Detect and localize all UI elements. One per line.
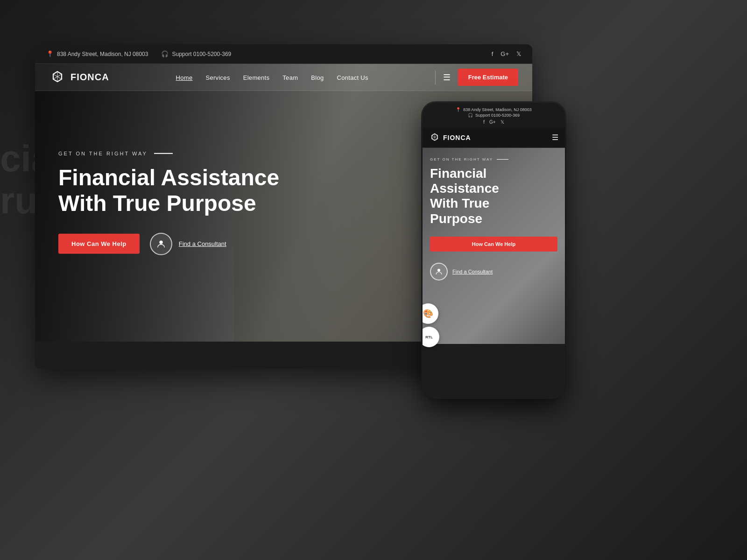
brand-name: FIONCA — [70, 72, 109, 83]
mobile-social: f G+ 𝕏 — [429, 119, 558, 125]
consultant-avatar-icon — [150, 233, 172, 255]
mobile-consultant-link-text: Find a Consultant — [452, 269, 493, 274]
rtl-badge[interactable]: RTL — [423, 327, 439, 347]
nav-services[interactable]: Services — [205, 74, 230, 81]
mobile-twitter-icon[interactable]: 𝕏 — [500, 119, 504, 125]
topbar-left: 📍 838 Andy Street, Madison, NJ 08003 🎧 S… — [46, 50, 231, 57]
hamburger-icon[interactable]: ☰ — [443, 72, 451, 83]
consultant-link-text: Find a Consultant — [179, 240, 226, 247]
svg-point-0 — [159, 240, 162, 244]
hero-title: Financial Assistance With True Purpose — [58, 164, 279, 216]
brand-logo-icon — [49, 69, 66, 86]
navbar-links: Home Services Elements Team Blog Contact… — [176, 73, 368, 82]
mobile-brand[interactable]: FIONCA — [429, 132, 471, 143]
navbar-divider — [435, 70, 436, 84]
desktop-navbar: FIONCA Home Services Elements Team Blog … — [35, 64, 532, 91]
nav-elements[interactable]: Elements — [243, 74, 270, 81]
support-text: Support 0100-5200-369 — [172, 51, 231, 57]
free-estimate-button[interactable]: Free Estimate — [458, 69, 518, 86]
mobile-hero-content: GET ON THE RIGHT WAY Financial Assistanc… — [430, 157, 557, 280]
facebook-icon[interactable]: f — [492, 50, 493, 57]
mobile-address: 📍 838 Andy Street, Madison, NJ 08003 — [429, 107, 558, 112]
location-icon: 📍 — [46, 50, 54, 57]
address-text: 838 Andy Street, Madison, NJ 08003 — [57, 51, 148, 57]
hero-tagline: GET ON THE RIGHT WAY — [58, 150, 279, 156]
navbar-right: ☰ Free Estimate — [435, 69, 518, 86]
mobile-googleplus-icon[interactable]: G+ — [489, 119, 496, 125]
nav-team[interactable]: Team — [282, 74, 298, 81]
mobile-how-can-we-help-button[interactable]: How Can We Help — [430, 237, 557, 252]
how-can-we-help-button[interactable]: How Can We Help — [58, 234, 140, 254]
nav-home[interactable]: Home — [176, 74, 193, 81]
mobile-hamburger-icon[interactable]: ☰ — [552, 133, 558, 142]
desktop-topbar: 📍 838 Andy Street, Madison, NJ 08003 🎧 S… — [35, 44, 532, 64]
googleplus-icon[interactable]: G+ — [500, 50, 509, 57]
nav-blog[interactable]: Blog — [311, 74, 324, 81]
mobile-brand-logo-icon — [429, 132, 440, 143]
twitter-icon[interactable]: 𝕏 — [516, 50, 521, 57]
mobile-mockup: 🎨 RTL 📍 838 Andy Street, Madison, NJ 080… — [423, 103, 565, 399]
svg-point-1 — [437, 269, 440, 272]
mobile-topbar: 📍 838 Andy Street, Madison, NJ 08003 🎧 S… — [423, 103, 565, 127]
hero-actions: How Can We Help Find a Consultant — [58, 233, 279, 255]
nav-contact[interactable]: Contact Us — [337, 74, 368, 81]
mobile-navbar: FIONCA ☰ — [423, 127, 565, 148]
mobile-facebook-icon[interactable]: f — [483, 119, 485, 125]
mobile-brand-name: FIONCA — [443, 134, 471, 141]
mobile-hero-title: Financial Assistance With True Purpose — [430, 166, 557, 226]
mobile-hero: GET ON THE RIGHT WAY Financial Assistanc… — [423, 148, 565, 344]
navbar-brand[interactable]: FIONCA — [49, 69, 109, 86]
mobile-location-icon: 📍 — [456, 107, 461, 112]
mobile-tagline: GET ON THE RIGHT WAY — [430, 157, 557, 161]
mobile-find-consultant[interactable]: Find a Consultant — [430, 263, 557, 280]
mobile-consultant-avatar-icon — [430, 263, 448, 280]
topbar-address: 📍 838 Andy Street, Madison, NJ 08003 — [46, 50, 148, 57]
find-consultant-link[interactable]: Find a Consultant — [150, 233, 226, 255]
hero-content: GET ON THE RIGHT WAY Financial Assistanc… — [58, 150, 279, 255]
topbar-support: 🎧 Support 0100-5200-369 — [161, 50, 231, 57]
mobile-support: 🎧 Support 0100-5200-369 — [429, 113, 558, 118]
mobile-headset-icon: 🎧 — [468, 113, 473, 118]
topbar-social: f G+ 𝕏 — [492, 50, 521, 57]
headset-icon: 🎧 — [161, 50, 169, 57]
